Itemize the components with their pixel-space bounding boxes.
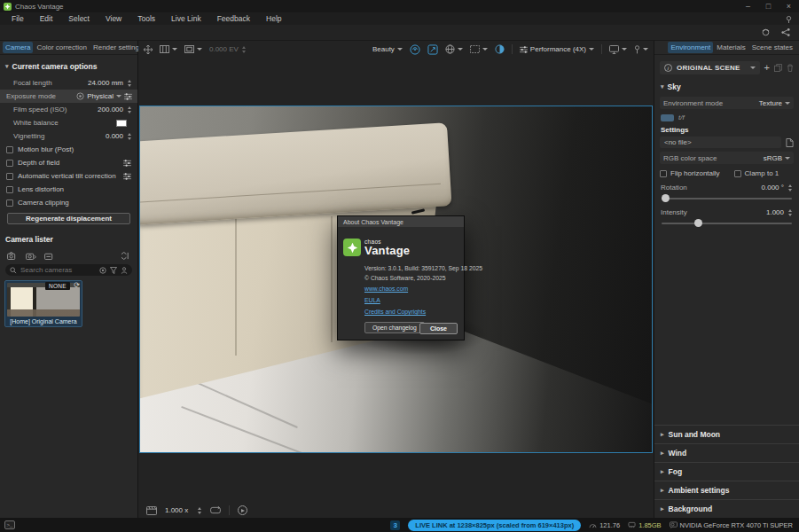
user-cameras-icon[interactable] xyxy=(121,267,128,274)
close-dialog-button[interactable]: Close xyxy=(419,323,458,334)
contrast-icon[interactable] xyxy=(495,44,505,54)
environment-file-input[interactable]: <no file> xyxy=(660,137,781,148)
menu-feedback[interactable]: Feedback xyxy=(209,14,258,23)
lens-distortion-checkbox[interactable] xyxy=(6,186,13,193)
white-balance-swatch[interactable] xyxy=(116,120,127,127)
auto-tilt-checkbox[interactable] xyxy=(6,173,13,180)
display-dropdown[interactable] xyxy=(609,45,627,54)
clapper-icon[interactable] xyxy=(146,506,157,515)
camera-delete-icon[interactable] xyxy=(44,252,55,260)
regenerate-displacement-button[interactable]: Regenerate displacement xyxy=(7,213,130,224)
rotation-value[interactable]: 0.000 ° xyxy=(762,184,784,192)
scene-state-dropdown[interactable]: i ORIGINAL SCENE xyxy=(660,61,760,74)
performance-mode-dropdown[interactable]: Performance (4X) xyxy=(520,45,594,53)
tab-color-correction[interactable]: Color correction xyxy=(34,42,89,53)
tab-render-settings[interactable]: Render settings xyxy=(90,42,145,53)
collapse-all-icon[interactable] xyxy=(121,252,130,260)
camera-card[interactable]: NONE ⟳ [Home] Original Camera xyxy=(4,280,82,327)
safe-frame-dropdown[interactable] xyxy=(184,45,202,53)
exact-match-icon[interactable] xyxy=(99,267,106,274)
collaboration-icon[interactable] xyxy=(780,27,791,37)
open-changelog-button[interactable]: Open changelog xyxy=(364,322,425,333)
section-fog[interactable]: ▸ Fog xyxy=(654,462,799,481)
focal-length-stepper[interactable] xyxy=(126,80,132,87)
section-sun-and-moon[interactable]: ▸ Sun and Moon xyxy=(654,425,799,443)
motion-blur-checkbox[interactable] xyxy=(6,146,13,153)
intensity-slider[interactable] xyxy=(662,219,792,227)
depth-of-field-checkbox[interactable] xyxy=(6,160,13,167)
play-button[interactable] xyxy=(238,505,247,515)
viewport-ratio-dropdown[interactable] xyxy=(160,45,177,53)
current-camera-options-header[interactable]: ▾ Current camera options xyxy=(0,55,137,76)
search-input[interactable] xyxy=(20,266,96,274)
exposure-mode-value[interactable]: Physical xyxy=(87,92,114,100)
menu-select[interactable]: Select xyxy=(60,14,98,23)
maximize-button[interactable]: □ xyxy=(758,0,779,12)
section-wind[interactable]: ▸ Wind xyxy=(654,443,799,462)
upscale-icon[interactable] xyxy=(427,44,438,55)
intensity-slider-knob[interactable] xyxy=(694,219,702,227)
pan-mode-icon[interactable] xyxy=(144,45,153,54)
rotation-slider[interactable] xyxy=(662,194,792,202)
cosmos-icon[interactable] xyxy=(761,27,771,37)
film-speed-stepper[interactable] xyxy=(126,106,132,113)
add-scene-state-icon[interactable]: + xyxy=(764,63,770,73)
intensity-stepper[interactable] xyxy=(787,209,793,216)
browse-file-icon[interactable] xyxy=(786,138,794,147)
chaos-website-link[interactable]: www.chaos.com xyxy=(364,286,408,293)
menu-help[interactable]: Help xyxy=(258,14,289,23)
minimize-button[interactable]: – xyxy=(738,0,758,12)
tab-materials[interactable]: Materials xyxy=(714,42,748,53)
menu-edit[interactable]: Edit xyxy=(32,14,61,23)
menu-view[interactable]: View xyxy=(98,14,129,23)
menu-file[interactable]: File xyxy=(4,14,32,23)
render-element-dropdown[interactable]: Beauty xyxy=(372,45,403,53)
film-speed-value[interactable]: 200.000 xyxy=(98,106,123,113)
region-render-dropdown[interactable] xyxy=(470,45,488,53)
focal-length-value[interactable]: 24.000 mm xyxy=(88,79,123,87)
dof-settings-icon[interactable] xyxy=(123,160,131,167)
section-ambient-settings[interactable]: ▸ Ambient settings xyxy=(654,481,799,499)
rotation-slider-knob[interactable] xyxy=(662,194,670,202)
vignetting-stepper[interactable] xyxy=(126,133,132,140)
camera-update-icon[interactable] xyxy=(26,252,36,260)
close-button[interactable]: × xyxy=(779,0,799,12)
texture-slot-icon[interactable] xyxy=(661,114,674,121)
camera-add-icon[interactable] xyxy=(7,252,18,260)
environment-mode-value[interactable]: Texture xyxy=(759,99,782,107)
pin-view-dropdown[interactable] xyxy=(634,45,648,54)
clamp-to-1-checkbox[interactable] xyxy=(734,170,741,177)
function-icon[interactable]: t/f xyxy=(678,113,685,121)
delete-scene-state-icon[interactable] xyxy=(787,64,794,72)
tab-camera[interactable]: Camera xyxy=(3,42,33,53)
ev-stepper[interactable] xyxy=(241,46,247,53)
exposure-compensation[interactable]: 0.000 EV xyxy=(209,45,247,53)
live-link-status[interactable]: LIVE LINK at 1238×825px (scaled from 619… xyxy=(408,520,581,531)
flip-horizontally-checkbox[interactable] xyxy=(660,170,667,177)
duplicate-scene-state-icon[interactable] xyxy=(774,64,782,72)
filter-icon[interactable] xyxy=(110,267,117,274)
intensity-value[interactable]: 1.000 xyxy=(766,208,784,216)
loop-icon[interactable] xyxy=(210,506,221,514)
section-background[interactable]: ▸ Background xyxy=(654,499,799,518)
pin-panel-icon[interactable] xyxy=(785,15,793,23)
playback-speed-stepper[interactable] xyxy=(196,507,202,514)
tilt-settings-icon[interactable] xyxy=(123,173,131,180)
menu-tools[interactable]: Tools xyxy=(129,14,163,23)
tab-environment[interactable]: Environment xyxy=(668,42,713,53)
menu-live-link[interactable]: Live Link xyxy=(163,14,209,23)
credits-link[interactable]: Credits and Copyrights xyxy=(364,309,426,316)
sky-section-header[interactable]: ▾ Sky xyxy=(654,74,799,95)
rotation-stepper[interactable] xyxy=(787,184,793,192)
camera-refresh-icon[interactable]: ⟳ xyxy=(74,282,80,289)
camera-clipping-checkbox[interactable] xyxy=(6,200,13,207)
playback-speed-value[interactable]: 1.000 x xyxy=(165,506,188,514)
environment-view-dropdown[interactable] xyxy=(445,44,463,54)
denoiser-icon[interactable] xyxy=(410,44,420,55)
rgb-color-space-value[interactable]: sRGB xyxy=(764,154,782,162)
console-icon[interactable]: >_ xyxy=(4,520,15,529)
eula-link[interactable]: EULA xyxy=(364,298,380,304)
vignetting-value[interactable]: 0.000 xyxy=(106,132,123,140)
exposure-settings-icon[interactable] xyxy=(124,93,132,100)
tab-scene-states[interactable]: Scene states xyxy=(749,42,795,53)
